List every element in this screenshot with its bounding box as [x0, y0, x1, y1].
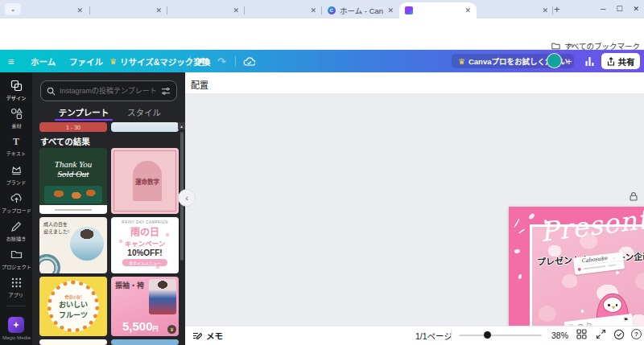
share-export-icon: [607, 57, 615, 66]
sidebar-item-magic-media[interactable]: Magic Media: [0, 312, 32, 344]
kimono-portrait-photo: [70, 227, 104, 261]
kimono-model-photo: [149, 279, 176, 314]
grid-view-icon[interactable]: [576, 329, 587, 339]
tab-templates[interactable]: テンプレート: [52, 103, 116, 121]
sidebar-divider: [6, 306, 26, 306]
template-thumb-fortune[interactable]: 運命数字: [111, 148, 179, 214]
chevron-down-icon: ⌄: [612, 254, 616, 259]
zoom-slider-handle[interactable]: [484, 331, 491, 339]
template-thumb-thank-you[interactable]: Thank You Sold Out: [39, 148, 107, 214]
panel-collapse-button[interactable]: ‹: [178, 189, 196, 207]
browser-tab[interactable]: ✕: [90, 2, 167, 18]
browser-tab-canva-home[interactable]: C ホーム - Canva ✕: [322, 2, 399, 18]
browser-tab[interactable]: ✕: [167, 2, 245, 18]
redo-icon[interactable]: ↷: [217, 50, 226, 72]
sidebar-item-design[interactable]: デザイン: [0, 76, 32, 104]
crown-icon: ♛: [458, 57, 465, 66]
tab-close-icon[interactable]: ✕: [155, 6, 162, 14]
upload-cloud-icon: [10, 192, 23, 204]
template-thumb-rainy-day[interactable]: RAINY DAY CAMPAIGN 雨の日 キャンペーン 10%OFF! 全ネ…: [111, 217, 179, 273]
new-tab-button[interactable]: +: [554, 3, 560, 15]
search-input[interactable]: [60, 87, 157, 95]
text-icon: T: [13, 137, 19, 147]
thumb-caption: [39, 205, 107, 214]
templates-panel: テンプレート スタイル 1 - 30 すべての結果 Thank You Sold…: [32, 72, 185, 345]
zoom-level: 38%: [551, 326, 568, 345]
tab-close-icon[interactable]: ✕: [233, 6, 239, 14]
account-avatar: [578, 268, 581, 271]
zoom-slider[interactable]: [459, 335, 542, 336]
tab-close-icon[interactable]: ✕: [542, 6, 548, 14]
template-thumb-kimono[interactable]: 振袖・袴 5,500円 ♛: [111, 277, 179, 336]
scroll-up-arrow[interactable]: ▲: [178, 122, 185, 129]
app-window: ⌄ ✕ ✕ ✕ ✕ C ホーム - Canva ✕ ✕: [0, 0, 644, 345]
window-close-button[interactable]: ✕: [633, 5, 639, 13]
cloud-save-status-icon[interactable]: [243, 50, 255, 72]
browser-tab-strip: ⌄ ✕ ✕ ✕ ✕ C ホーム - Canva ✕ ✕: [0, 0, 644, 18]
lock-icon[interactable]: [629, 191, 638, 201]
browser-tab[interactable]: ✕: [477, 2, 554, 18]
sidebar-item-draw[interactable]: お絵描き: [0, 217, 32, 244]
design-favicon: [405, 6, 413, 14]
status-bar: [185, 326, 644, 345]
resize-magic-button[interactable]: ♛ リサイズ&マジック変換: [109, 50, 210, 72]
wave-decoration: [39, 254, 60, 273]
page-toolbar: [629, 191, 644, 201]
fullscreen-icon[interactable]: [596, 329, 606, 339]
minimize-button[interactable]: ─: [601, 5, 605, 13]
design-canvas-area[interactable]: ↻ Present プレゼントキャンペーン企画! Cab: [185, 94, 644, 326]
arch-decoration: 運命数字: [133, 161, 162, 201]
template-thumb[interactable]: [111, 122, 179, 132]
tab-close-icon[interactable]: ✕: [310, 6, 316, 14]
help-icon[interactable]: ?: [631, 329, 642, 339]
template-thumb-fruits[interactable]: 食欲の秋! おいしい フルーツ: [39, 277, 107, 336]
editor-sidebar: デザイン 素材 T テキスト ブランド: [0, 72, 32, 345]
toolbar-separator: [235, 55, 236, 67]
shapes-icon: [10, 108, 23, 120]
filter-sliders-icon[interactable]: [161, 87, 171, 96]
sidebar-item-uploads[interactable]: アップロード: [0, 189, 32, 216]
file-menu-button[interactable]: ファイル: [69, 50, 103, 72]
maximize-button[interactable]: ☐: [616, 5, 622, 13]
template-search-box[interactable]: [40, 80, 177, 101]
tab-close-icon[interactable]: ✕: [387, 6, 394, 14]
design-page[interactable]: Present プレゼントキャンペーン企画! Cabosuke⌄ ♡ 〇 ▷ ⚑: [509, 207, 644, 345]
add-account-icon[interactable]: +: [566, 50, 572, 72]
insights-chart-icon[interactable]: [584, 50, 595, 72]
browser-tab[interactable]: ✕: [245, 2, 322, 18]
browser-tab-active[interactable]: ✕: [399, 2, 477, 18]
undo-icon[interactable]: ↶: [198, 50, 207, 72]
active-tab-underline: [55, 119, 113, 121]
statusbar-divider: [451, 330, 452, 341]
saved-check-icon: [613, 329, 625, 340]
sidebar-item-apps[interactable]: アプリ: [0, 273, 32, 301]
thumb-button: 全ネイルメニュー: [122, 259, 167, 266]
share-button[interactable]: 共有: [601, 53, 640, 69]
notes-icon: [192, 331, 202, 341]
canva-toolbar: ≡ ホーム ファイル ♛ リサイズ&マジック変換 ↶ ↷ ♛ Canvaプロをお…: [0, 50, 644, 72]
orange-wreath: 食欲の秋! おいしい フルーツ: [47, 281, 99, 332]
user-avatar[interactable]: [547, 53, 562, 68]
sidebar-item-projects[interactable]: プロジェクト: [0, 245, 32, 273]
context-toolbar: [185, 72, 644, 94]
tab-styles[interactable]: スタイル: [116, 103, 172, 121]
home-menu-button[interactable]: ホーム: [31, 50, 56, 72]
browser-address-bar: ← → ↻ canva.com/ ☆: [0, 18, 644, 39]
tab-close-icon[interactable]: ✕: [76, 6, 83, 14]
page-indicator: 1/1ページ: [415, 326, 452, 345]
browser-tab[interactable]: ✕: [11, 2, 89, 18]
folder-icon: [551, 42, 560, 50]
tab-close-icon[interactable]: ✕: [464, 6, 471, 14]
template-thumb[interactable]: [111, 339, 179, 345]
toolbar-separator: [190, 55, 191, 67]
notes-button[interactable]: メモ: [192, 326, 223, 345]
template-thumb[interactable]: 1 - 30: [39, 122, 107, 132]
sidebar-item-text[interactable]: T テキスト: [0, 133, 32, 160]
template-thumb-seijin[interactable]: 成人の日を 迎えました!: [39, 217, 107, 273]
sidebar-item-brand[interactable]: ブランド: [0, 161, 32, 188]
template-thumb[interactable]: [39, 339, 107, 345]
sidebar-item-elements[interactable]: 素材: [0, 105, 32, 132]
magic-media-icon: [8, 317, 24, 333]
main-menu-icon[interactable]: ≡: [8, 50, 14, 72]
position-button[interactable]: 配置: [191, 78, 208, 91]
